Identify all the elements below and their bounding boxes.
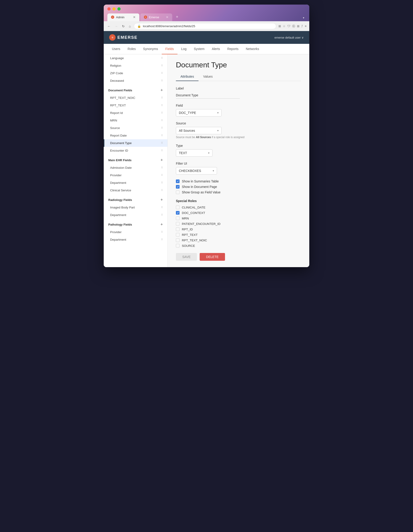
role-rpt-text-noic-label: RPT_TEXT_NOIC [182,239,207,242]
nav-networks[interactable]: Networks [242,44,263,54]
browser-tab-emerse[interactable]: ≡ Emerse ✕ [140,13,172,21]
label-field-input[interactable] [176,92,240,99]
address-bar[interactable]: 🔒 localhost:8080/emerse/admin2/fields/25 [134,23,276,29]
tab-close-admin[interactable]: ✕ [133,15,136,19]
role-rpt-text-checkbox[interactable] [176,233,180,237]
show-summaries-checkbox[interactable]: ✓ [176,180,180,183]
drag-handle[interactable]: ⠿ [161,57,163,60]
nav-synonyms[interactable]: Synonyms [139,44,162,54]
drag-handle[interactable]: ⠿ [161,238,163,241]
sidebar-item-clinical-service[interactable]: Clinical Service ⠿ [104,187,167,194]
nav-reports[interactable]: Reports [224,44,242,54]
drag-handle[interactable]: ⠿ [161,174,163,177]
sidebar-item-encounter-id[interactable]: Encounter ID ⠿ [104,147,167,154]
sidebar-item-imaged-body-part[interactable]: Imaged Body Part ⠿ [104,204,167,211]
browser-tab-admin[interactable]: ≡ Admin ✕ [107,13,139,21]
sidebar-item-provider[interactable]: Provider ⠿ [104,171,167,179]
filter-ui-select[interactable]: CHECKBOXES ▾ [176,167,217,174]
save-button[interactable]: SAVE [176,253,197,261]
field-select[interactable]: DOC_TYPE ▾ [176,109,221,116]
role-clinical-date-checkbox[interactable] [176,206,180,209]
forward-button[interactable]: → [114,24,119,29]
minimize-button[interactable] [112,7,115,10]
tab-attributes[interactable]: Attributes [176,73,199,81]
drag-handle[interactable]: ⠿ [161,213,163,217]
role-rpt-id-checkbox[interactable] [176,228,180,231]
drag-handle[interactable]: ⠿ [161,119,163,122]
new-tab-button[interactable]: + [173,13,181,21]
sidebar-item-report-date[interactable]: Report Date ⠿ [104,132,167,139]
sidebar-item-deceased[interactable]: Deceased ⠿ [104,77,167,85]
drag-handle[interactable]: ⠿ [161,181,163,184]
show-group-checkbox[interactable] [176,190,180,194]
reload-button[interactable]: ↻ [121,24,126,29]
sidebar-item-source[interactable]: Source ⠿ [104,124,167,132]
drag-handle[interactable]: ⠿ [161,142,163,144]
show-document-page-label: Show in Document Page [182,185,217,189]
nav-users[interactable]: Users [108,44,124,54]
maximize-button[interactable] [117,7,121,10]
nav-fields[interactable]: Fields [162,44,177,54]
role-rpt-text-noic-checkbox[interactable] [176,238,180,242]
delete-button[interactable]: DELETE [200,253,225,261]
type-select[interactable]: TEXT ▾ [176,149,212,157]
tab-values[interactable]: Values [199,73,217,81]
close-button[interactable] [107,7,111,10]
drag-handle[interactable]: ⠿ [161,79,163,82]
tab-close-emerse[interactable]: ✕ [166,15,169,19]
tabs-menu-button[interactable]: ▾ [302,14,306,21]
nav-system[interactable]: System [190,44,208,54]
nav-log[interactable]: Log [177,44,190,54]
sidebar-item-document-type[interactable]: Document Type ⠿ [104,139,167,147]
drag-handle[interactable]: ⠿ [161,126,163,129]
role-source-checkbox[interactable] [176,244,180,247]
drag-handle[interactable]: ⠿ [161,206,163,209]
extensions-icon[interactable]: ⊞ [297,24,299,28]
share-icon[interactable]: ⤴ [301,24,303,28]
drag-handle[interactable]: ⠿ [161,231,163,234]
add-radiology-field-button[interactable]: + [160,198,163,202]
role-doc-context-checkbox[interactable]: ✓ [176,211,180,215]
drag-handle[interactable]: ⠿ [161,96,163,99]
user-menu[interactable]: emerse default user ∨ [274,36,304,39]
address-icons: ⊞ ☆ 🛡 Ⓚ ⊞ ⤴ ≡ [279,24,307,28]
nav-roles[interactable]: Roles [124,44,140,54]
sidebar-item-report-id[interactable]: Report Id ⠿ [104,109,167,117]
grid-icon[interactable]: ⊞ [279,24,281,28]
drag-handle[interactable]: ⠿ [161,104,163,107]
drag-handle[interactable]: ⠿ [161,111,163,114]
drag-handle[interactable]: ⠿ [161,189,163,192]
drag-handle[interactable]: ⠿ [161,149,163,152]
menu-icon[interactable]: ≡ [305,24,307,28]
shield-icon[interactable]: 🛡 [287,24,290,28]
sidebar-item-admission-date[interactable]: Admission Date ⠿ [104,164,167,171]
role-mrn-label: MRN [182,217,189,220]
sidebar-item-zipcode[interactable]: ZIP Code ⠿ [104,69,167,77]
sidebar-item-radiology-department[interactable]: Department ⠿ [104,211,167,219]
add-document-field-button[interactable]: + [160,88,163,92]
source-select[interactable]: All Sources ▾ [176,127,221,134]
sidebar-item-pathology-department[interactable]: Department ⠿ [104,236,167,243]
sidebar-item-rpt-text-noic[interactable]: RPT_TEXT_NOIC ⠿ [104,94,167,102]
profile-icon[interactable]: Ⓚ [292,24,295,28]
drag-handle[interactable]: ⠿ [161,134,163,137]
sidebar-item-religion[interactable]: Religion ⠿ [104,62,167,69]
nav-alerts[interactable]: Alerts [208,44,224,54]
bookmark-icon[interactable]: ☆ [283,24,286,28]
sidebar-item-language[interactable]: Language ⠿ [104,54,167,62]
show-document-page-checkbox[interactable]: ✓ [176,185,180,189]
add-pathology-field-button[interactable]: + [160,222,163,227]
sidebar-item-mrn[interactable]: MRN ⠿ [104,117,167,124]
sidebar-item-rpt-text[interactable]: RPT_TEXT ⠿ [104,102,167,109]
role-mrn-checkbox[interactable] [176,217,180,220]
back-button[interactable]: ← [106,24,112,29]
home-button[interactable]: ⌂ [128,24,132,29]
special-roles-group: Special Roles CLINICAL_DATE ✓ DOC_CONTEX… [176,199,301,247]
add-ehr-field-button[interactable]: + [160,158,163,162]
drag-handle[interactable]: ⠿ [161,166,163,169]
sidebar-item-department[interactable]: Department ⠿ [104,179,167,187]
sidebar-item-pathology-provider[interactable]: Provider ⠿ [104,228,167,236]
drag-handle[interactable]: ⠿ [161,72,163,75]
role-patient-encounter-id-checkbox[interactable] [176,222,180,226]
drag-handle[interactable]: ⠿ [161,64,163,67]
